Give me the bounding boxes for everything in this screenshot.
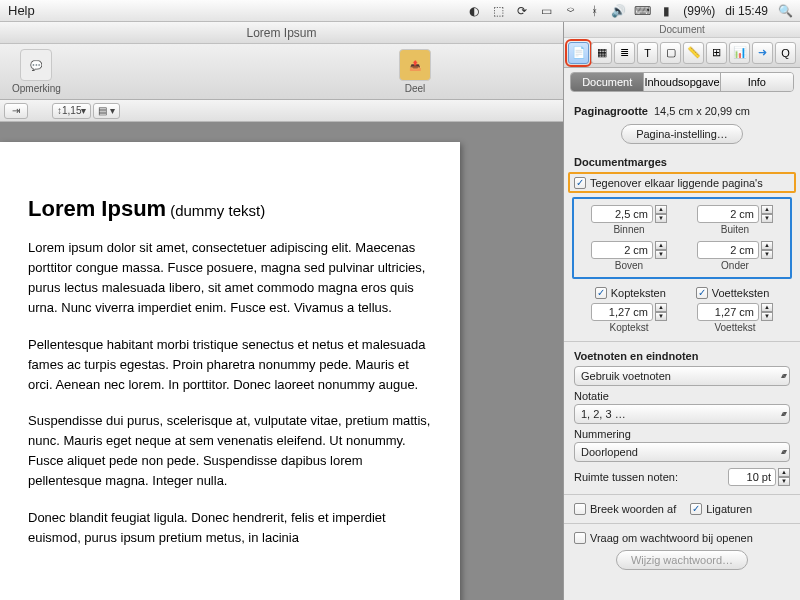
paragraph: Pellentesque habitant morbi tristique se… <box>28 335 432 395</box>
battery-pct: (99%) <box>683 4 715 18</box>
inspector-body: Paginagrootte 14,5 cm x 20,99 cm Pagina-… <box>564 96 800 584</box>
comment-icon: 💬 <box>20 49 52 81</box>
footer-label: Voettekst <box>714 322 755 333</box>
bluetooth-icon[interactable]: ᚼ <box>587 4 601 18</box>
page-size-label: Paginagrootte <box>574 105 648 117</box>
page-subtitle: (dummy tekst) <box>170 202 265 219</box>
margin-boven-field[interactable]: 2 cm <box>591 241 653 259</box>
page-size-value: 14,5 cm x 20,99 cm <box>654 105 750 117</box>
change-password-button[interactable]: Wijzig wachtwoord… <box>616 550 748 570</box>
columns-button[interactable]: ▤ ▾ <box>93 103 120 119</box>
footnotes-header: Voetnoten en eindnoten <box>574 350 790 362</box>
document-page: Lorem Ipsum (dummy tekst) Lorem ipsum do… <box>0 142 460 600</box>
display-icon[interactable]: ▭ <box>539 4 553 18</box>
margin-buiten-field[interactable]: 2 cm <box>697 205 759 223</box>
timemachine-icon[interactable]: ⟳ <box>515 4 529 18</box>
notation-label: Notatie <box>574 390 790 402</box>
margins-header: Documentmarges <box>574 156 790 168</box>
page-heading: Lorem Ipsum <box>28 196 166 221</box>
volume-icon[interactable]: 🔊 <box>611 4 625 18</box>
hyphenate-checkbox[interactable]: Breek woorden af <box>574 503 676 515</box>
toolbar-item-opmerking[interactable]: 💬 Opmerking <box>12 49 61 94</box>
notation-select[interactable]: 1, 2, 3 … <box>574 404 790 424</box>
stepper[interactable]: ▲▼ <box>655 303 667 321</box>
clock[interactable]: di 15:49 <box>725 4 768 18</box>
margin-boven-label: Boven <box>615 260 643 271</box>
seg-info[interactable]: Info <box>721 73 793 91</box>
stepper[interactable]: ▲▼ <box>655 205 667 223</box>
inspector-tab-quicktime-icon[interactable]: Q <box>775 42 796 64</box>
seg-document[interactable]: Document <box>571 73 644 91</box>
password-checkbox[interactable]: Vraag om wachtwoord bij openen <box>574 532 753 544</box>
margins-box: 2,5 cm▲▼ Binnen 2 cm▲▼ Buiten 2 cm▲▼ Bov… <box>572 197 792 279</box>
footers-checkbox[interactable]: ✓Voetteksten <box>696 287 770 299</box>
headers-checkbox[interactable]: ✓Kopteksten <box>595 287 666 299</box>
footer-field[interactable]: 1,27 cm <box>697 303 759 321</box>
toolbar-item-deel[interactable]: 📤 Deel <box>399 49 431 94</box>
margin-buiten-label: Buiten <box>721 224 749 235</box>
document-window: Lorem Ipsum 💬 Opmerking 📤 Deel ⇥ ↕ 1,15 … <box>0 22 563 122</box>
numbering-select[interactable]: Doorlopend <box>574 442 790 462</box>
tb-label: Deel <box>405 83 426 94</box>
wifi-icon[interactable]: ⌔ <box>563 4 577 18</box>
margin-binnen-field[interactable]: 2,5 cm <box>591 205 653 223</box>
header-label: Koptekst <box>610 322 649 333</box>
paragraph: Lorem ipsum dolor sit amet, consectetuer… <box>28 238 432 319</box>
tab-stops-button[interactable]: ⇥ <box>4 103 28 119</box>
stepper[interactable]: ▲▼ <box>761 205 773 223</box>
inspector-tab-wrap-icon[interactable]: ≣ <box>614 42 635 64</box>
inspector-tab-document-icon[interactable]: 📄 <box>568 42 589 64</box>
paragraph: Suspendisse dui purus, scelerisque at, v… <box>28 411 432 492</box>
inspector-tab-row: 📄 ▦ ≣ T ▢ 📏 ⊞ 📊 ➜ Q <box>564 38 800 68</box>
inspector-tab-text-icon[interactable]: T <box>637 42 658 64</box>
share-icon: 📤 <box>399 49 431 81</box>
inspector-tab-layout-icon[interactable]: ▦ <box>591 42 612 64</box>
margin-binnen-label: Binnen <box>613 224 644 235</box>
space-label: Ruimte tussen noten: <box>574 471 678 483</box>
inspector-tab-graphic-icon[interactable]: ▢ <box>660 42 681 64</box>
stepper[interactable]: ▲▼ <box>778 468 790 486</box>
menu-help[interactable]: Help <box>0 3 35 18</box>
facing-pages-label: Tegenover elkaar liggende pagina's <box>590 177 763 189</box>
facing-pages-row: ✓ Tegenover elkaar liggende pagina's <box>568 172 796 193</box>
inspector-segment: Document Inhoudsopgave Info <box>570 72 794 92</box>
paragraph: Donec blandit feugiat ligula. Donec hend… <box>28 508 432 548</box>
menubar: Help ◐ ⬚ ⟳ ▭ ⌔ ᚼ 🔊 ⌨ ▮ (99%) di 15:49 🔍 <box>0 0 800 22</box>
checkbox-checked-icon: ✓ <box>574 177 586 189</box>
document-canvas[interactable]: Lorem Ipsum (dummy tekst) Lorem ipsum do… <box>0 122 563 600</box>
format-bar: ⇥ ↕ 1,15 ▾ ▤ ▾ <box>0 100 563 122</box>
battery-icon[interactable]: ▮ <box>659 4 673 18</box>
inspector-tab-chart-icon[interactable]: 📊 <box>729 42 750 64</box>
inspector-tab-metrics-icon[interactable]: 📏 <box>683 42 704 64</box>
numbering-label: Nummering <box>574 428 790 440</box>
keyboard-icon[interactable]: ⌨ <box>635 4 649 18</box>
status-icon[interactable]: ◐ <box>467 4 481 18</box>
footnotes-select[interactable]: Gebruik voetnoten <box>574 366 790 386</box>
stepper[interactable]: ▲▼ <box>655 241 667 259</box>
margin-onder-label: Onder <box>721 260 749 271</box>
inspector-tab-link-icon[interactable]: ➜ <box>752 42 773 64</box>
stepper[interactable]: ▲▼ <box>761 303 773 321</box>
margin-onder-field[interactable]: 2 cm <box>697 241 759 259</box>
space-field[interactable]: 10 pt <box>728 468 776 486</box>
line-spacing-button[interactable]: ↕ 1,15 ▾ <box>52 103 91 119</box>
toolbar: 💬 Opmerking 📤 Deel <box>0 44 563 100</box>
tb-label: Opmerking <box>12 83 61 94</box>
header-field[interactable]: 1,27 cm <box>591 303 653 321</box>
ligatures-checkbox[interactable]: ✓Ligaturen <box>690 503 752 515</box>
inspector-tab-table-icon[interactable]: ⊞ <box>706 42 727 64</box>
page-setup-button[interactable]: Pagina-instelling… <box>621 124 743 144</box>
facing-pages-checkbox[interactable]: ✓ Tegenover elkaar liggende pagina's <box>574 177 763 189</box>
inspector-title: Document <box>564 22 800 38</box>
seg-toc[interactable]: Inhoudsopgave <box>644 73 720 91</box>
spotlight-icon[interactable]: 🔍 <box>778 4 792 18</box>
stepper[interactable]: ▲▼ <box>761 241 773 259</box>
window-title: Lorem Ipsum <box>0 22 563 44</box>
inspector-panel: Document 📄 ▦ ≣ T ▢ 📏 ⊞ 📊 ➜ Q Document In… <box>563 22 800 600</box>
dropbox-icon[interactable]: ⬚ <box>491 4 505 18</box>
line-spacing-value: 1,15 <box>62 105 81 116</box>
